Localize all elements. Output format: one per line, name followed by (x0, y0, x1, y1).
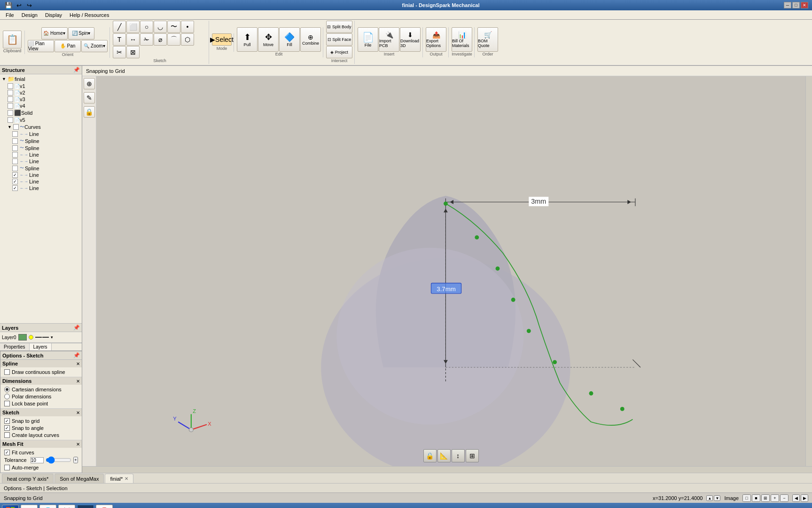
sketch-dim-btn[interactable]: ↔ (126, 33, 140, 46)
tolerance-slider[interactable] (46, 457, 71, 463)
nav-prev-btn[interactable]: ◀ (792, 494, 800, 502)
tree-item-line5[interactable]: ✓ ←→ Line (1, 178, 81, 185)
layers-pin[interactable]: 📌 (73, 325, 80, 331)
tab-finial-close[interactable]: ✕ (125, 476, 128, 481)
spline-handle-top[interactable] (444, 201, 448, 206)
bom-quote-btn[interactable]: 🛒BOM Quote (477, 27, 498, 52)
check-curves[interactable] (13, 124, 19, 130)
auto-merge-check[interactable] (4, 465, 10, 470)
tree-item-v1[interactable]: 📄 v1 (1, 83, 81, 89)
start-btn[interactable] (2, 505, 19, 508)
view-wire-btn[interactable]: □ (742, 494, 751, 502)
save-btn[interactable]: 💾 (4, 1, 13, 9)
check-line3[interactable] (12, 159, 18, 164)
tab-son-megamax[interactable]: Son of MegaMax (55, 474, 104, 483)
dimensions-section-close[interactable]: ✕ (76, 379, 80, 384)
split-face-btn[interactable]: ⊡ Split Face (326, 33, 352, 46)
zoom-btn[interactable]: 🔍 Zoom▾ (81, 40, 108, 52)
layer-color-swatch[interactable] (18, 334, 27, 341)
spin-btn[interactable]: 🔄 Spin▾ (68, 27, 94, 40)
pan-btn[interactable]: ✋ Pan (55, 40, 81, 52)
taskbar-explorer[interactable]: 📁 (21, 505, 38, 508)
taskbar-app2[interactable]: 🔴 (96, 505, 113, 508)
canvas-tool1[interactable]: ⊕ (84, 78, 95, 89)
spline-section-close[interactable]: ✕ (76, 361, 80, 366)
sketch-line-btn[interactable]: ╱ (113, 21, 126, 33)
layer-weight-btn[interactable]: ▾ (51, 335, 53, 340)
combine-btn[interactable]: ⊕Combine (300, 27, 321, 52)
structure-pin[interactable]: 📌 (73, 67, 80, 73)
vertical-scrollbar[interactable] (805, 76, 812, 466)
taskbar-firefox[interactable]: 🦊 (58, 505, 75, 508)
view-solid-btn[interactable]: ■ (752, 494, 760, 502)
undo-btn[interactable]: ↩ (14, 1, 23, 9)
check-spline3[interactable] (12, 166, 18, 171)
import-pcb-btn[interactable]: 🔌Import PCB (379, 27, 399, 52)
view-btn4[interactable]: ⊞ (466, 449, 479, 462)
canvas-tool3[interactable]: 🔒 (84, 106, 95, 118)
spline-handle6[interactable] (589, 391, 593, 396)
check-line6[interactable]: ✓ (12, 185, 18, 191)
sketch-text-btn[interactable]: T (113, 33, 126, 46)
fill-btn[interactable]: 🔷Fill (279, 27, 300, 52)
create-layout-check[interactable] (4, 432, 10, 438)
nav-next-btn[interactable]: ▶ (801, 494, 808, 502)
layer-light[interactable] (29, 335, 33, 340)
spline-handle3[interactable] (511, 298, 515, 302)
spline-handle5[interactable] (553, 360, 557, 365)
tree-item-v4[interactable]: 📄 v4 (1, 103, 81, 109)
sketch-arc-btn[interactable]: ◡ (154, 21, 167, 33)
tolerance-up-btn[interactable]: + (73, 457, 78, 463)
sketch-more3-btn[interactable]: ⌒ (167, 33, 180, 46)
tree-item-v3[interactable]: 📄 v3 (1, 96, 81, 103)
spline-handle2[interactable] (496, 267, 500, 271)
spline-section-header[interactable]: Spline ✕ (0, 360, 82, 367)
tree-item-line6[interactable]: ✓ ←→ Line (1, 185, 81, 191)
spline-handle7[interactable] (620, 407, 625, 411)
minimize-btn[interactable]: ─ (784, 2, 791, 8)
tab-layers[interactable]: Layers (30, 343, 52, 350)
pull-btn[interactable]: ⬆Pull (237, 27, 258, 52)
view-btn1[interactable]: 🔒 (423, 449, 437, 462)
file-btn[interactable]: 📄File (358, 27, 378, 52)
sketch-spline-btn[interactable]: 〜 (167, 21, 180, 33)
export-btn[interactable]: 📤Export Options (426, 27, 446, 52)
menu-display[interactable]: Display (41, 10, 66, 20)
tree-item-line4[interactable]: ✓ ←→ Line (1, 172, 81, 178)
dimensions-section-header[interactable]: Dimensions ✕ (0, 377, 82, 385)
check-line5[interactable]: ✓ (12, 179, 18, 184)
check-line4[interactable]: ✓ (12, 172, 18, 178)
tree-item-line2[interactable]: ←→ Line (1, 151, 81, 158)
canvas-tool2[interactable]: ✎ (84, 92, 95, 103)
draw-continuous-check[interactable] (4, 369, 10, 375)
taskbar-designspark[interactable]: DS (77, 505, 94, 508)
tab-heat-comp[interactable]: heat comp Y axis* (2, 474, 54, 483)
tree-root[interactable]: ▼ 📁 finial (1, 75, 81, 83)
tree-item-line3[interactable]: ←→ Line (1, 158, 81, 165)
sketch-rect-btn[interactable]: ⬜ (126, 21, 140, 33)
tree-item-spline3[interactable]: 〜 Spline (1, 165, 81, 172)
planview-btn[interactable]: ⬜ Plan View (28, 40, 54, 52)
view-zoom-out-btn[interactable]: − (780, 494, 789, 502)
view-btn3[interactable]: ↕ (452, 449, 465, 462)
lock-base-check[interactable] (4, 401, 10, 406)
sketch-point-btn[interactable]: • (181, 21, 194, 33)
drawing-canvas[interactable]: 3mm 3.7mm (96, 76, 805, 466)
select-btn[interactable]: ▶Select (212, 33, 232, 46)
horizontal-scrollbar[interactable] (82, 466, 812, 473)
check-solid[interactable] (8, 110, 13, 116)
taskbar-browser[interactable]: 🌐 (39, 505, 56, 508)
bill-of-materials-btn[interactable]: 📊Bill Of Materials (452, 27, 472, 52)
cartesian-radio[interactable] (4, 387, 10, 392)
tree-item-line1[interactable]: ←→ Line (1, 131, 81, 137)
canvas-area[interactable]: Snapping to Grid ⊕ ✎ 🔒 (82, 66, 812, 473)
menu-help[interactable]: Help / Resources (66, 10, 113, 20)
tolerance-input[interactable] (31, 457, 44, 463)
check-v1[interactable] (8, 83, 13, 89)
sketch-more4-btn[interactable]: ⬡ (181, 33, 194, 46)
check-v5[interactable] (8, 117, 13, 123)
tree-item-v2[interactable]: 📄 v2 (1, 89, 81, 96)
maximize-btn[interactable]: □ (792, 2, 800, 8)
sketch-section-close[interactable]: ✕ (76, 410, 80, 415)
tree-item-solid[interactable]: ⬛ Solid (1, 109, 81, 117)
